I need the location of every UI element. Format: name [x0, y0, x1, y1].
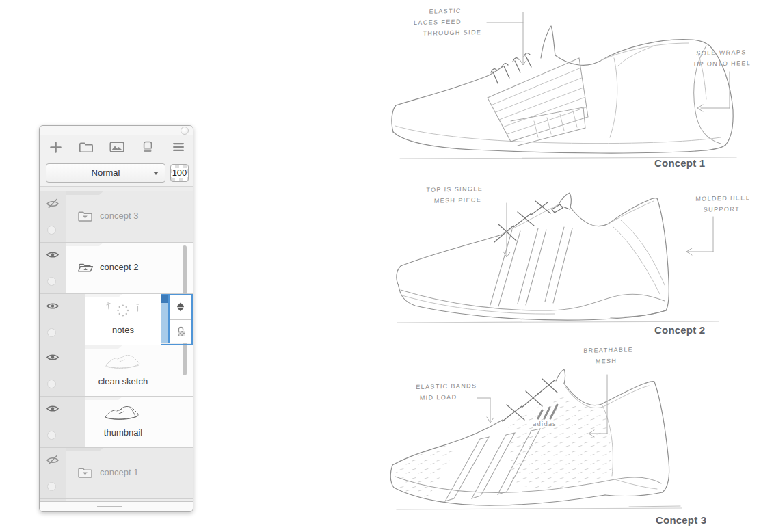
layer-name: concept 2 [100, 262, 138, 272]
layers-list: concept 3 [40, 191, 193, 503]
annotation-right: MOLDED HEEL SUPPORT [695, 192, 751, 215]
folder-collapsed-icon[interactable] [77, 466, 93, 478]
folder-icon [79, 142, 94, 152]
panel-titlebar[interactable] [40, 126, 193, 135]
annotation-right: BREATHABLE MESH [583, 344, 634, 367]
visibility-on-toggle[interactable] [46, 250, 59, 259]
annotation-right: SOLE WRAPS UP ONTO HEEL [694, 46, 751, 70]
add-layer-button[interactable] [46, 138, 64, 156]
visibility-on-toggle[interactable] [46, 301, 59, 310]
layer-row-concept-2[interactable]: concept 2 [40, 243, 193, 294]
image-icon [109, 142, 124, 152]
folder-collapsed-icon[interactable] [77, 210, 93, 222]
layer-select-radio[interactable] [47, 482, 56, 491]
layer-thumbnail [92, 299, 154, 322]
layer-name: thumbnail [92, 427, 154, 438]
blend-mode-value: Normal [92, 168, 120, 178]
concept-2-block: TOP IS SINGLE MESH PIECE MOLDED HEEL SUP… [386, 179, 773, 339]
visibility-on-toggle[interactable] [46, 352, 59, 362]
panel-collapse-button[interactable] [181, 127, 189, 135]
layer-row-notes[interactable]: notes [40, 294, 193, 345]
eraser-button[interactable] [139, 138, 157, 156]
layer-opacity-field[interactable]: 100 [170, 164, 189, 182]
blend-mode-select[interactable]: Normal [46, 163, 165, 183]
layer-row-clean-sketch[interactable]: clean sketch [40, 345, 193, 397]
layer-reorder-button[interactable] [170, 295, 191, 319]
lock-transparency-button[interactable] [170, 319, 191, 344]
menu-icon [172, 142, 185, 152]
import-image-button[interactable] [108, 138, 126, 156]
new-group-button[interactable] [77, 138, 95, 156]
concept-2-caption: Concept 2 [654, 324, 705, 336]
layer-name: clean sketch [92, 376, 154, 386]
annotation-left: ELASTIC LACES FEED THROUGH SIDE [413, 5, 482, 39]
chevron-down-icon [153, 172, 159, 175]
layers-panel: Normal 100 concept 3 [39, 125, 194, 512]
layer-side-controls [168, 295, 191, 343]
layer-name: notes [92, 325, 154, 335]
annotation-left: TOP IS SINGLE MESH PIECE [426, 183, 483, 207]
concept-3-caption: Concept 3 [656, 514, 706, 526]
panel-footer [40, 501, 193, 511]
adidas-logo-text: adidas [533, 421, 556, 427]
layer-row-concept-3[interactable]: concept 3 [40, 191, 193, 243]
transparency-lock-icon [176, 325, 186, 337]
layer-select-radio[interactable] [47, 380, 56, 388]
layer-thumbnail [92, 401, 154, 425]
folder-open-icon[interactable] [77, 261, 93, 273]
slider-handle[interactable] [161, 295, 168, 303]
reorder-arrows-icon [175, 302, 186, 312]
opacity-value: 100 [172, 168, 188, 178]
panel-resize-handle[interactable] [97, 506, 122, 507]
layer-select-radio[interactable] [47, 277, 56, 286]
visibility-off-toggle[interactable] [46, 198, 59, 208]
layer-name: concept 1 [100, 467, 138, 477]
visibility-off-toggle[interactable] [46, 455, 59, 464]
layer-opacity-slider[interactable] [161, 295, 168, 343]
layer-select-radio[interactable] [47, 431, 56, 440]
panel-toolbar [40, 135, 193, 159]
concept-1-caption: Concept 1 [654, 157, 705, 169]
layer-select-radio[interactable] [47, 226, 56, 235]
annotation-left: ELASTIC BANDS MID LOAD [416, 380, 477, 403]
layer-thumbnail [92, 350, 154, 373]
blend-row: Normal 100 [40, 159, 193, 187]
layer-row-thumbnail[interactable]: thumbnail [40, 397, 193, 448]
layer-row-concept-1[interactable]: concept 1 [40, 448, 193, 499]
concept-1-block: ELASTIC LACES FEED THROUGH SIDE SOLE WRA… [386, 3, 773, 176]
layer-menu-button[interactable] [170, 138, 187, 156]
concept-3-block: adidas ELASTIC BANDS MID LOAD BREATHABLE… [386, 342, 774, 532]
layer-name: concept 3 [100, 211, 138, 221]
plus-icon [50, 142, 62, 153]
eraser-icon [142, 141, 153, 153]
concept-3-sketch: adidas [386, 342, 774, 532]
visibility-on-toggle[interactable] [46, 403, 59, 413]
layer-select-radio[interactable] [47, 328, 56, 337]
